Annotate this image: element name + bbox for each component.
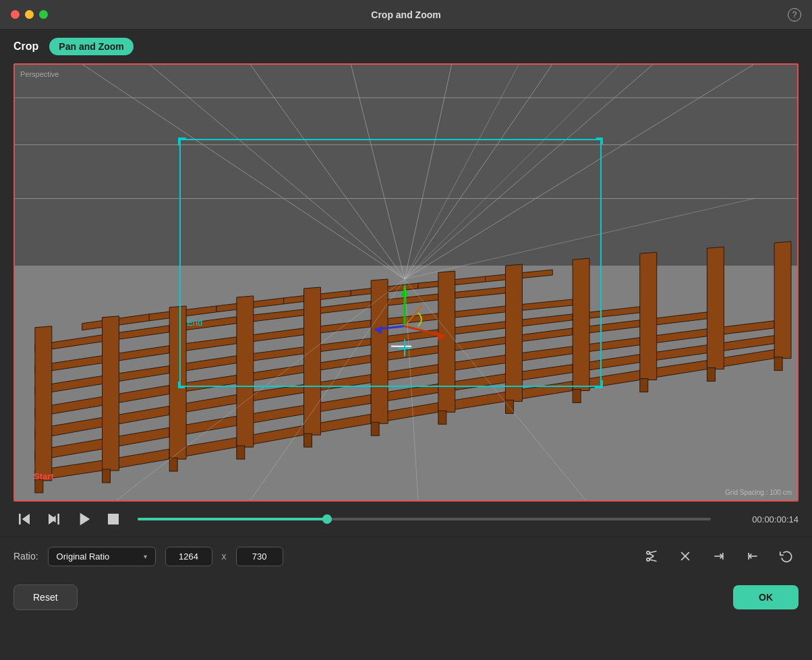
- svg-marker-90: [169, 306, 186, 459]
- cut-icon-button[interactable]: [639, 544, 664, 568]
- loop-button[interactable]: [774, 544, 799, 568]
- svg-rect-103: [237, 446, 245, 459]
- tab-crop[interactable]: Crop: [13, 40, 38, 53]
- svg-line-134: [649, 560, 656, 562]
- svg-marker-94: [438, 271, 455, 412]
- size-separator: x: [222, 551, 227, 562]
- close-icon-button[interactable]: [673, 544, 697, 568]
- height-input[interactable]: [236, 547, 283, 566]
- svg-marker-92: [304, 287, 321, 435]
- ratio-value: Original Ratio: [57, 551, 110, 562]
- svg-marker-89: [103, 316, 119, 471]
- svg-rect-107: [505, 400, 513, 413]
- ok-button[interactable]: OK: [733, 585, 799, 609]
- seek-thumb[interactable]: [322, 514, 332, 524]
- svg-rect-101: [103, 469, 111, 483]
- ratio-label: Ratio:: [13, 551, 38, 562]
- window-title: Crop and Zoom: [371, 9, 440, 20]
- svg-rect-105: [371, 422, 379, 436]
- svg-marker-96: [573, 258, 589, 390]
- svg-marker-1: [15, 65, 797, 266]
- step-back-button[interactable]: [13, 508, 35, 530]
- svg-rect-110: [707, 368, 715, 382]
- footer: Reset OK: [0, 575, 812, 620]
- svg-line-135: [649, 553, 654, 556]
- stop-button[interactable]: [103, 508, 124, 530]
- reset-button[interactable]: Reset: [13, 584, 78, 610]
- start-label: Start: [34, 471, 54, 481]
- width-input[interactable]: [165, 547, 212, 566]
- grid-spacing-label: Grid Spacing : 100 cm: [725, 489, 792, 496]
- seek-bar[interactable]: [138, 518, 711, 520]
- svg-marker-88: [35, 326, 52, 481]
- maximize-button[interactable]: [39, 10, 48, 19]
- chevron-down-icon: ▾: [144, 553, 147, 560]
- scene-canvas: Perspective Grid Spacing : 100 cm Start …: [15, 65, 797, 500]
- ratio-select[interactable]: Original Ratio ▾: [48, 547, 156, 566]
- help-button[interactable]: ?: [788, 8, 801, 22]
- grid-scene-svg: [15, 65, 797, 500]
- seek-fill: [138, 518, 327, 520]
- svg-point-131: [647, 551, 649, 554]
- svg-marker-91: [237, 296, 254, 447]
- svg-marker-93: [371, 279, 388, 423]
- svg-line-136: [649, 556, 654, 559]
- video-viewport: Perspective Grid Spacing : 100 cm Start …: [13, 63, 799, 502]
- playback-controls: 00:00:00:14: [0, 502, 812, 537]
- trim-end-button[interactable]: [707, 544, 731, 568]
- minimize-button[interactable]: [25, 10, 34, 19]
- perspective-label: Perspective: [20, 70, 59, 78]
- svg-rect-104: [304, 433, 312, 447]
- window-controls: [11, 10, 48, 19]
- svg-rect-106: [438, 411, 446, 424]
- ratio-bar: Ratio: Original Ratio ▾ x: [0, 537, 812, 575]
- trim-start-button[interactable]: [741, 544, 765, 568]
- titlebar: Crop and Zoom ?: [0, 0, 812, 30]
- svg-point-132: [647, 558, 649, 561]
- svg-line-133: [649, 551, 656, 553]
- svg-rect-109: [640, 379, 648, 392]
- step-forward-button[interactable]: [43, 508, 65, 530]
- close-button[interactable]: [11, 10, 20, 19]
- svg-rect-130: [108, 514, 119, 524]
- svg-rect-129: [57, 514, 59, 524]
- tab-pan-and-zoom[interactable]: Pan and Zoom: [49, 38, 133, 55]
- end-label: End: [187, 318, 202, 328]
- tab-bar: Crop Pan and Zoom: [0, 30, 812, 63]
- svg-marker-99: [774, 241, 791, 358]
- svg-rect-111: [774, 357, 782, 371]
- svg-rect-102: [169, 458, 177, 471]
- svg-marker-97: [640, 252, 657, 380]
- svg-marker-95: [505, 264, 522, 401]
- timecode: 00:00:00:14: [724, 514, 799, 524]
- play-button[interactable]: [73, 508, 94, 530]
- svg-rect-108: [573, 389, 581, 402]
- svg-marker-98: [707, 247, 724, 369]
